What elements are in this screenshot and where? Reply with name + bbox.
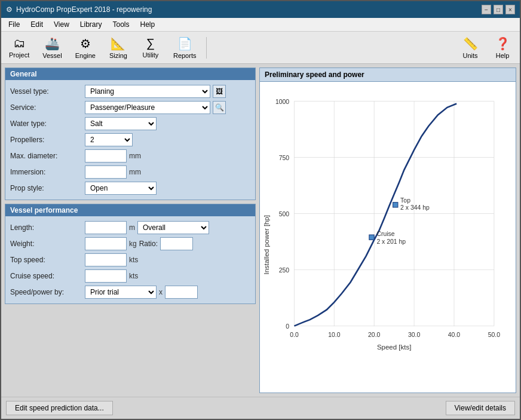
svg-text:500: 500 <box>279 211 290 217</box>
toolbar-help[interactable]: ❓ Help <box>488 34 517 62</box>
toolbar-utility-label: Utility <box>142 51 158 59</box>
cruise-speed-label: Cruise speed: <box>10 272 82 280</box>
prop-style-row: Open Ducted <box>85 182 250 195</box>
svg-rect-27 <box>393 203 398 207</box>
svg-text:250: 250 <box>279 267 290 274</box>
general-header: General <box>5 68 255 80</box>
toolbar-reports[interactable]: 📄 Reports <box>168 34 202 62</box>
svg-rect-24 <box>369 235 374 240</box>
speed-power-by-label: Speed/power by: <box>10 288 82 296</box>
vessel-type-select[interactable]: Planing <box>85 85 210 98</box>
menu-view[interactable]: View <box>49 19 74 30</box>
toolbar-vessel[interactable]: 🚢 Vessel <box>37 34 67 62</box>
immersion-input[interactable]: 700 <box>85 165 127 179</box>
menu-tools[interactable]: Tools <box>108 19 134 30</box>
ratio-input[interactable]: 156 <box>160 237 193 250</box>
max-diameter-row: 610 mm <box>85 149 250 163</box>
speed-power-by-row: Prior trial x 0.880 <box>85 286 250 299</box>
prop-style-select[interactable]: Open Ducted <box>85 182 157 195</box>
help-icon: ❓ <box>495 36 510 51</box>
minimize-button[interactable]: − <box>482 5 491 14</box>
svg-text:20.0: 20.0 <box>368 332 381 338</box>
water-type-label: Water type: <box>10 119 82 128</box>
length-input[interactable]: 14.5 <box>85 221 127 234</box>
weight-unit: kg <box>129 240 137 248</box>
top-speed-label: Top speed: <box>10 256 82 264</box>
menu-edit[interactable]: Edit <box>26 19 48 30</box>
general-body: Vessel type: Planing 🖼 Service: Passenge… <box>5 80 255 200</box>
toolbar-reports-label: Reports <box>173 52 197 59</box>
svg-text:750: 750 <box>279 155 290 161</box>
length-type-select[interactable]: Overall Waterline <box>137 221 209 234</box>
svg-text:10.0: 10.0 <box>328 332 341 338</box>
vessel-performance-header: Vessel performance <box>5 204 255 216</box>
immersion-row: 700 mm <box>85 165 250 179</box>
project-icon: 🗂 <box>13 36 25 50</box>
speed-power-multiplier-input[interactable]: 0.880 <box>165 286 198 299</box>
menu-bar: File Edit View Library Tools Help <box>1 18 520 32</box>
toolbar-project[interactable]: 🗂 Project <box>4 34 35 62</box>
toolbar-sizing-label: Sizing <box>109 52 127 59</box>
weight-label: Weight: <box>10 240 82 248</box>
vessel-icon: 🚢 <box>45 36 60 51</box>
edit-speed-prediction-button[interactable]: Edit speed prediction data... <box>6 401 113 415</box>
max-diameter-input[interactable]: 610 <box>85 149 127 163</box>
toolbar-sizing[interactable]: 📐 Sizing <box>103 34 133 62</box>
view-edit-details-button[interactable]: View/edit details <box>446 401 516 415</box>
svg-text:50.0: 50.0 <box>488 332 501 338</box>
units-icon: 📏 <box>463 36 478 51</box>
service-search-button[interactable]: 🔍 <box>213 101 226 114</box>
main-content: General Vessel type: Planing 🖼 Service: … <box>1 64 520 397</box>
menu-help[interactable]: Help <box>136 19 160 30</box>
toolbar-units-label: Units <box>462 52 477 59</box>
vessel-performance-section: Vessel performance Length: 14.5 m Overal… <box>5 204 256 304</box>
vessel-performance-body: Length: 14.5 m Overall Waterline Weight:… <box>5 216 255 303</box>
sizing-icon: 📐 <box>111 36 125 51</box>
speed-power-by-select[interactable]: Prior trial <box>85 286 157 299</box>
toolbar-vessel-label: Vessel <box>42 52 62 59</box>
svg-text:1000: 1000 <box>275 99 289 105</box>
cruise-speed-unit: kts <box>129 272 138 280</box>
svg-text:40.0: 40.0 <box>448 332 461 338</box>
svg-text:30.0: 30.0 <box>408 332 421 338</box>
weight-row: 12400 kg Ratio: 156 <box>85 237 250 250</box>
top-speed-input[interactable]: 26 <box>85 253 127 266</box>
propellers-select[interactable]: 1 2 3 <box>85 133 133 146</box>
speed-power-x-label: x <box>159 288 163 296</box>
general-section: General Vessel type: Planing 🖼 Service: … <box>5 68 256 200</box>
service-label: Service: <box>10 103 82 112</box>
vessel-type-info-button[interactable]: 🖼 <box>213 85 226 98</box>
bottom-bar: Edit speed prediction data... View/edit … <box>1 397 520 419</box>
immersion-unit: mm <box>129 168 141 176</box>
top-speed-row: 26 kts <box>85 253 250 266</box>
propellers-label: Propellers: <box>10 136 82 144</box>
app-title: HydroComp PropExpert 2018 - repowering <box>16 5 152 14</box>
close-button[interactable]: × <box>505 5 515 14</box>
water-type-select[interactable]: Salt Fresh <box>85 117 157 130</box>
service-select[interactable]: Passenger/Pleasure <box>85 101 210 114</box>
reports-icon: 📄 <box>177 36 192 51</box>
toolbar-separator <box>206 37 207 59</box>
water-type-row: Salt Fresh <box>85 117 250 130</box>
svg-text:Installed power [hp]: Installed power [hp] <box>263 215 270 275</box>
length-unit: m <box>129 223 135 232</box>
max-diameter-label: Max. diameter: <box>10 152 82 160</box>
left-panel: General Vessel type: Planing 🖼 Service: … <box>5 68 256 393</box>
svg-text:0: 0 <box>286 323 289 330</box>
weight-input[interactable]: 12400 <box>85 237 127 250</box>
title-controls[interactable]: − □ × <box>482 5 515 14</box>
cruise-speed-input[interactable]: 19.2 <box>85 269 127 283</box>
utility-icon: ∑ <box>146 36 155 50</box>
cruise-speed-row: 19.2 kts <box>85 269 250 283</box>
toolbar-units[interactable]: 📏 Units <box>455 34 485 62</box>
svg-text:Cruise: Cruise <box>376 231 394 237</box>
toolbar-engine[interactable]: ⚙ Engine <box>70 34 101 62</box>
svg-text:2 x 344 hp: 2 x 344 hp <box>400 204 430 211</box>
menu-file[interactable]: File <box>4 19 24 30</box>
maximize-button[interactable]: □ <box>494 5 503 14</box>
title-bar: ⚙ HydroComp PropExpert 2018 - repowering… <box>1 1 520 18</box>
toolbar-help-label: Help <box>496 52 510 59</box>
menu-library[interactable]: Library <box>75 19 107 30</box>
toolbar-utility[interactable]: ∑ Utility <box>136 34 166 62</box>
toolbar-project-label: Project <box>9 51 29 59</box>
